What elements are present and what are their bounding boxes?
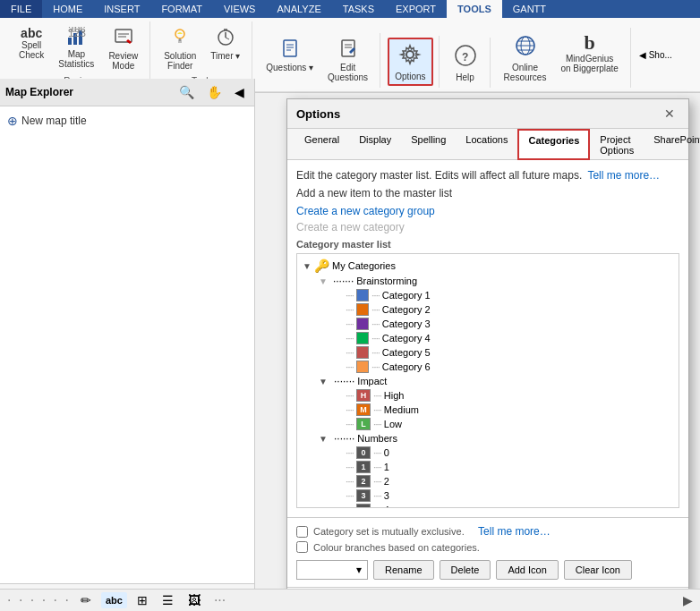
solution-finder-button[interactable]: SolutionFinder xyxy=(158,23,202,74)
ribbon-group-options: Options xyxy=(382,36,439,88)
tree-dots: ▼ xyxy=(319,276,327,286)
svg-rect-5 xyxy=(115,30,132,42)
tree-item-cat3[interactable]: ····· ····· Category 3 xyxy=(301,317,675,331)
tab-file[interactable]: FILE xyxy=(0,0,42,18)
category-tree[interactable]: ▼ 🔑 My Categories ▼ ······· Brainstormin… xyxy=(296,253,679,508)
tab-locations[interactable]: Locations xyxy=(456,129,517,160)
collapse-panel-button[interactable]: ◀ xyxy=(230,82,249,102)
tree-label-impact: Impact xyxy=(357,376,387,386)
create-category-group-link[interactable]: Create a new category group xyxy=(296,205,435,217)
svg-rect-20 xyxy=(342,40,354,56)
tree-item-cat4[interactable]: ····· ····· Category 4 xyxy=(301,331,675,345)
list-view-button[interactable]: ☰ xyxy=(158,590,178,610)
tab-insert[interactable]: INSERT xyxy=(93,0,150,18)
create-category-link: Create a new category xyxy=(296,221,405,233)
mutual-exclusive-checkbox[interactable] xyxy=(296,526,308,538)
pencil-tool-button[interactable]: ✏ xyxy=(76,590,96,610)
more-options-dots[interactable]: ··· xyxy=(214,592,226,608)
rename-button[interactable]: Rename xyxy=(373,560,434,580)
cat1-color xyxy=(356,289,369,301)
dialog-body: Edit the category master list. Edits wil… xyxy=(287,160,688,517)
chart-icon: abc123 xyxy=(66,27,86,48)
lightbulb-icon xyxy=(170,27,190,50)
tell-me-more2-link[interactable]: Tell me more… xyxy=(478,525,551,538)
ribbon-group-questions: Questions ▾ EditQuestions xyxy=(254,33,380,88)
colour-branches-label: Colour branches based on categories. xyxy=(313,542,480,553)
tab-sharepoint[interactable]: SharePoint xyxy=(644,129,700,160)
tab-display[interactable]: Display xyxy=(349,129,401,160)
tab-tools[interactable]: TOOLS xyxy=(447,0,502,18)
dropdown-arrow-icon: ▾ xyxy=(356,564,362,576)
tree-item-num4[interactable]: ····· 4 ····· 4 xyxy=(301,503,675,508)
tab-views[interactable]: VIEWS xyxy=(213,0,266,18)
spell-check-button[interactable]: abc SpellCheck xyxy=(13,23,50,74)
tree-item-numbers[interactable]: ▼ ······· Numbers xyxy=(301,431,675,446)
mindgenius-button[interactable]: b MindGeniuson Biggerplate xyxy=(554,30,625,86)
expand-panel-arrow[interactable]: ▶ xyxy=(683,593,693,607)
tree-item-num1[interactable]: ····· 1 ····· 1 xyxy=(301,460,675,474)
dialog-close-button[interactable]: ✕ xyxy=(660,105,679,123)
tree-item-brainstorming[interactable]: ▼ ······· Brainstorming xyxy=(301,274,675,288)
tab-general[interactable]: General xyxy=(295,129,349,160)
review-mode-button[interactable]: ReviewMode xyxy=(102,23,144,74)
search-button[interactable]: 🔍 xyxy=(175,82,199,102)
help-button[interactable]: ? Help xyxy=(447,39,484,86)
timer-button[interactable]: Timer ▾ xyxy=(204,23,246,74)
add-icon-button[interactable]: Add Icon xyxy=(496,560,558,580)
tab-categories[interactable]: Categories xyxy=(517,129,590,160)
tab-tasks[interactable]: TASKS xyxy=(332,0,385,18)
edit-questions-button[interactable]: EditQuestions xyxy=(321,35,374,86)
svg-text:?: ? xyxy=(462,51,468,64)
dialog-actions: ▾ Rename Delete Add Icon Clear Icon xyxy=(296,560,679,580)
clear-icon-button[interactable]: Clear Icon xyxy=(564,560,632,580)
map-explorer-title: Map Explorer xyxy=(5,86,171,98)
tab-gantt[interactable]: GANTT xyxy=(502,0,557,18)
image-view-button[interactable]: 🖼 xyxy=(184,590,205,610)
tree-item-impact[interactable]: ▼ ······· Impact xyxy=(301,374,675,388)
tell-me-more-link[interactable]: Tell me more… xyxy=(587,169,660,182)
grid-view-button[interactable]: ⊞ xyxy=(132,590,152,610)
num3-badge: 3 xyxy=(356,489,371,502)
tree-item-cat1[interactable]: ····· ····· Category 1 xyxy=(301,288,675,302)
cat5-color xyxy=(356,346,369,359)
map-statistics-button[interactable]: abc123 MapStatistics xyxy=(52,23,100,74)
new-map-item[interactable]: ⊕ New map title xyxy=(5,112,249,130)
delete-button[interactable]: Delete xyxy=(440,560,491,580)
icon-dropdown[interactable]: ▾ xyxy=(296,560,368,580)
tree-item-num0[interactable]: ····· 0 ····· 0 xyxy=(301,446,675,460)
num2-badge: 2 xyxy=(356,475,371,488)
tree-item-cat6[interactable]: ····· ····· Category 6 xyxy=(301,360,675,374)
help-icon: ? xyxy=(453,43,478,72)
tab-analyze[interactable]: ANALYZE xyxy=(266,0,331,18)
tree-label-numbers: Numbers xyxy=(357,433,397,444)
tab-format[interactable]: FORMAT xyxy=(150,0,213,18)
online-resources-button[interactable]: OnlineResources xyxy=(498,30,553,86)
tab-home[interactable]: HOME xyxy=(42,0,93,18)
hand-tool-button[interactable]: ✋ xyxy=(202,82,226,102)
options-button[interactable]: Options xyxy=(388,38,432,86)
mutual-exclusive-label: Category set is mutually exclusive. xyxy=(313,526,465,537)
left-panel: Map Explorer 🔍 ✋ ◀ ⊕ New map title Notes… xyxy=(0,79,255,611)
tab-export[interactable]: EXPORT xyxy=(385,0,447,18)
cat6-color xyxy=(356,361,369,373)
tree-item-low[interactable]: ····· L ····· Low xyxy=(301,417,675,431)
colour-branches-checkbox[interactable] xyxy=(296,541,308,553)
tree-item-cat5[interactable]: ····· ····· Category 5 xyxy=(301,345,675,360)
questions-button[interactable]: Questions ▾ xyxy=(260,35,320,86)
tree-item-my-categories[interactable]: ▼ 🔑 My Categories xyxy=(301,258,675,274)
edit-questions-icon xyxy=(338,38,358,62)
show-more-button[interactable]: ◀ Sho... xyxy=(633,47,679,64)
tab-spelling[interactable]: Spelling xyxy=(401,129,456,160)
new-map-label: New map title xyxy=(21,115,87,127)
tree-item-high[interactable]: ····· H ····· High xyxy=(301,388,675,403)
tree-arrow: ▼ xyxy=(303,261,312,271)
text-tool-button[interactable]: abc xyxy=(101,592,127,608)
cat4-color xyxy=(356,332,369,344)
tree-item-cat2[interactable]: ····· ····· Category 2 xyxy=(301,302,675,317)
dialog-title: Options xyxy=(296,107,340,121)
tree-item-medium[interactable]: ····· M ····· Medium xyxy=(301,403,675,417)
tree-item-num3[interactable]: ····· 3 ····· 3 xyxy=(301,488,675,503)
timer-icon xyxy=(216,27,235,50)
tree-item-num2[interactable]: ····· 2 ····· 2 xyxy=(301,474,675,488)
tab-project-options[interactable]: Project Options xyxy=(590,129,644,160)
